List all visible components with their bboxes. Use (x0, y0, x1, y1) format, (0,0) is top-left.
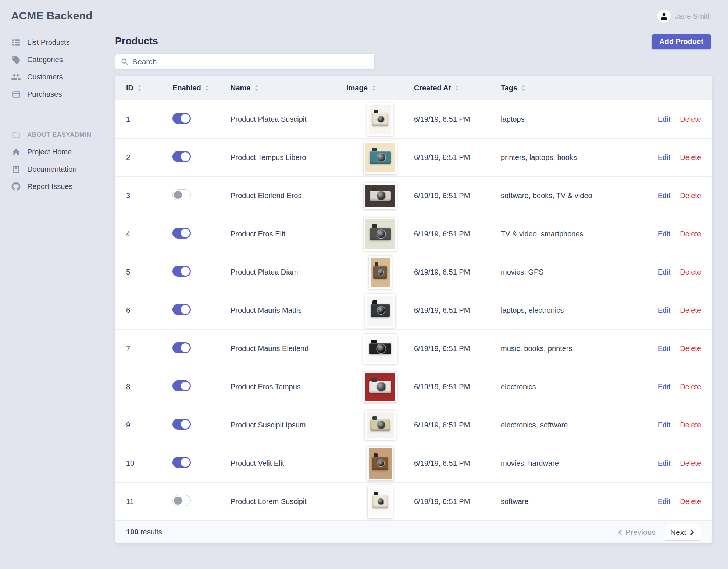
product-image (364, 141, 397, 174)
product-image (363, 334, 397, 364)
delete-link[interactable]: Delete (680, 383, 701, 391)
sort-icon[interactable] (137, 85, 142, 92)
next-button[interactable]: Next (664, 524, 701, 541)
search-input[interactable] (132, 57, 369, 66)
delete-link[interactable]: Delete (680, 497, 701, 506)
edit-link[interactable]: Edit (658, 230, 670, 238)
sort-icon[interactable] (521, 85, 526, 92)
cell-name: Product Mauris Mattis (231, 306, 346, 315)
results-count: 100 results (126, 528, 162, 536)
next-label: Next (670, 528, 686, 537)
column-header-image[interactable]: Image (346, 84, 414, 92)
column-header-id[interactable]: ID (126, 84, 172, 92)
column-header-name[interactable]: Name (231, 84, 346, 92)
sidebar-item-label: Customers (27, 73, 63, 81)
delete-link[interactable]: Delete (680, 230, 701, 238)
product-id: 3 (126, 192, 130, 200)
enabled-toggle[interactable] (172, 419, 191, 430)
enabled-toggle[interactable] (172, 228, 191, 239)
column-header-enabled[interactable]: Enabled (172, 84, 231, 92)
camera-photo (365, 336, 395, 362)
sort-icon[interactable] (254, 85, 259, 92)
sort-icon[interactable] (371, 85, 377, 92)
delete-link[interactable]: Delete (680, 153, 701, 162)
table-row: 2 Product Tempus Libero 6/19/19, 6:51 PM… (115, 139, 712, 177)
product-name: Product Mauris Mattis (231, 306, 301, 314)
table-body: 1 Product Platea Suscipit 6/19/19, 6:51 … (115, 100, 712, 521)
enabled-toggle[interactable] (172, 266, 191, 277)
cell-image (346, 372, 414, 402)
camera-body (370, 151, 391, 164)
camera-viewfinder (372, 224, 377, 228)
tags: TV & video, smartphones (501, 230, 584, 238)
delete-link[interactable]: Delete (680, 459, 701, 468)
edit-link[interactable]: Edit (658, 383, 670, 391)
enabled-toggle[interactable] (172, 380, 191, 391)
sort-icon[interactable] (454, 85, 460, 92)
camera-body (372, 495, 388, 508)
enabled-toggle[interactable] (172, 189, 191, 200)
delete-link[interactable]: Delete (680, 344, 701, 353)
cell-name: Product Lorem Suscipit (231, 497, 346, 506)
enabled-toggle[interactable] (172, 151, 191, 162)
column-header-tags[interactable]: Tags (501, 84, 646, 92)
delete-link[interactable]: Delete (680, 192, 701, 200)
sidebar-item-customers[interactable]: Customers (0, 68, 110, 86)
sidebar-item-categories[interactable]: Categories (0, 51, 110, 68)
camera-photo (367, 296, 393, 326)
camera-viewfinder (372, 300, 377, 304)
camera-photo (369, 448, 392, 479)
cell-enabled (172, 495, 231, 508)
product-name: Product Eros Elit (231, 230, 285, 238)
edit-link[interactable]: Edit (658, 153, 670, 162)
delete-link[interactable]: Delete (680, 268, 701, 276)
search-bar (115, 53, 375, 70)
previous-button[interactable]: Previous (618, 528, 656, 537)
camera-lens (377, 421, 386, 430)
sidebar-item-purchases[interactable]: Purchases (0, 86, 110, 103)
enabled-toggle[interactable] (172, 342, 191, 353)
enabled-toggle[interactable] (172, 457, 191, 468)
cell-image (346, 141, 414, 174)
enabled-toggle[interactable] (172, 304, 191, 315)
page-title: Products (115, 36, 158, 47)
product-id: 7 (126, 344, 130, 353)
edit-link[interactable]: Edit (658, 497, 670, 506)
edit-link[interactable]: Edit (658, 306, 670, 315)
product-name: Product Velit Elit (231, 459, 284, 467)
delete-link[interactable]: Delete (680, 115, 701, 124)
edit-link[interactable]: Edit (658, 192, 670, 200)
cell-created-at: 6/19/19, 6:51 PM (414, 497, 501, 506)
edit-link[interactable]: Edit (658, 268, 670, 276)
sidebar: List Products Categories Customers Purch… (0, 34, 110, 195)
sidebar-item-report-issues[interactable]: Report Issues (0, 178, 110, 195)
delete-link[interactable]: Delete (680, 306, 701, 315)
enabled-toggle[interactable] (172, 113, 191, 124)
enabled-toggle[interactable] (172, 495, 191, 506)
tags: software, books, TV & video (501, 192, 592, 200)
delete-link[interactable]: Delete (680, 421, 701, 429)
sidebar-item-list-products[interactable]: List Products (0, 34, 110, 51)
cell-image (346, 334, 414, 364)
cell-tags: TV & video, smartphones (501, 230, 646, 238)
product-image (364, 183, 397, 209)
table-row: 4 Product Eros Elit 6/19/19, 6:51 PM TV … (115, 215, 712, 253)
tags: software (501, 497, 529, 505)
edit-link[interactable]: Edit (658, 115, 670, 124)
column-label: Created At (414, 84, 451, 92)
sidebar-item-label: Categories (27, 56, 63, 64)
product-name: Product Eleifend Eros (231, 192, 301, 200)
edit-link[interactable]: Edit (658, 459, 670, 468)
cell-image (346, 294, 414, 328)
sidebar-item-project-home[interactable]: Project Home (0, 143, 110, 161)
cell-image (346, 183, 414, 209)
edit-link[interactable]: Edit (658, 421, 670, 429)
cell-id: 11 (126, 497, 172, 506)
add-product-button[interactable]: Add Product (652, 34, 711, 49)
edit-link[interactable]: Edit (658, 344, 670, 353)
sort-icon[interactable] (204, 85, 210, 92)
cell-actions: Edit Delete (646, 497, 701, 506)
user-menu[interactable]: Jane Smith (657, 10, 712, 23)
sidebar-item-documentation[interactable]: Documentation (0, 161, 110, 178)
column-header-created-at[interactable]: Created At (414, 84, 501, 92)
